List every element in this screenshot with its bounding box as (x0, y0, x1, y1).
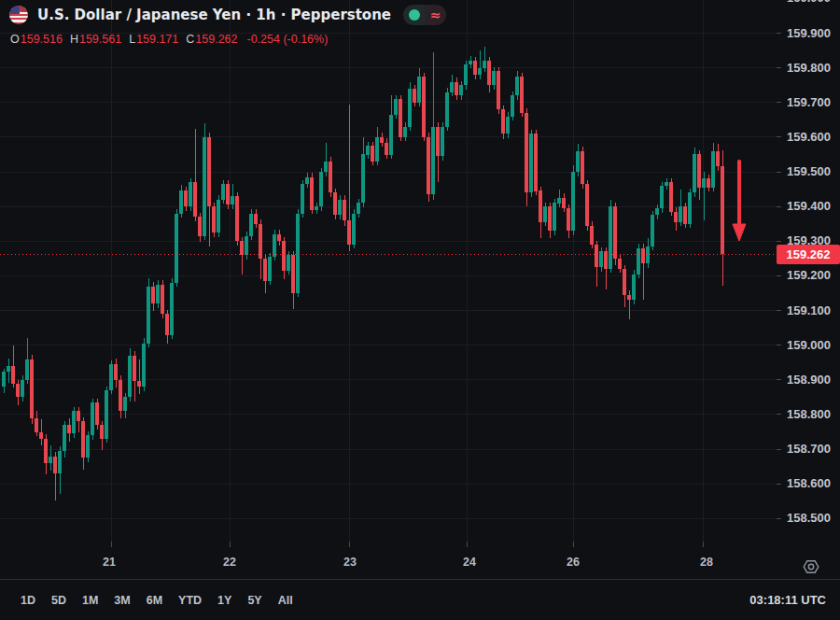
price-axis-label: 159.400 (787, 199, 831, 213)
time-axis-label: 23 (343, 556, 357, 569)
price-axis-label: 158.600 (787, 476, 831, 490)
price-axis-label: 160.000 (787, 0, 831, 5)
close-value: 159.262 (195, 33, 237, 46)
chart-app: U.S. Dollar / Japanese Yen · 1h · Pepper… (0, 0, 840, 620)
time-axis[interactable]: 212223242628 (0, 547, 777, 579)
chart-header: U.S. Dollar / Japanese Yen · 1h · Pepper… (9, 5, 446, 25)
last-price-value: 159.262 (787, 247, 831, 261)
price-axis-label: 159.500 (787, 164, 831, 178)
price-axis-label: 158.700 (787, 442, 831, 456)
low-label: L (129, 33, 135, 46)
low-value: 159.171 (136, 33, 178, 46)
price-axis-label: 158.500 (787, 511, 831, 525)
time-axis-label: 24 (463, 556, 476, 569)
change-value: -0.254 (-0.16%) (247, 33, 329, 46)
price-axis-label: 159.700 (787, 95, 831, 109)
range-button-all[interactable]: All (278, 594, 293, 607)
market-status-pill[interactable]: ≈ (403, 5, 446, 25)
range-button-6m[interactable]: 6M (147, 594, 162, 607)
close-label: C (186, 33, 194, 46)
price-axis-label: 159.900 (787, 26, 831, 40)
bottom-toolbar: 1D5D1M3M6MYTD1Y5YAll 03:18:11 UTC (0, 579, 840, 620)
us-flag-icon[interactable] (9, 6, 28, 24)
price-axis-label: 159.300 (787, 233, 831, 247)
range-button-1m[interactable]: 1M (82, 594, 98, 607)
market-open-dot-icon (409, 9, 420, 21)
price-axis-label: 158.800 (787, 407, 831, 421)
range-button-ytd[interactable]: YTD (178, 594, 202, 607)
price-chart-canvas[interactable] (0, 0, 840, 583)
ohlc-legend: O159.516 H159.561 L159.171 C159.262 -0.2… (10, 33, 328, 46)
high-label: H (70, 33, 78, 46)
clock[interactable]: 03:18:11 UTC (749, 593, 840, 607)
price-axis-label: 159.100 (787, 303, 831, 317)
range-button-1d[interactable]: 1D (21, 594, 35, 607)
symbol-title[interactable]: U.S. Dollar / Japanese Yen · 1h · Pepper… (37, 7, 391, 23)
approx-values-icon: ≈ (430, 7, 441, 22)
range-button-5y[interactable]: 5Y (247, 594, 261, 607)
range-button-3m[interactable]: 3M (114, 594, 130, 607)
range-buttons: 1D5D1M3M6MYTD1Y5YAll (21, 594, 293, 607)
range-button-1y[interactable]: 1Y (217, 594, 231, 607)
range-button-5d[interactable]: 5D (51, 594, 66, 607)
open-value: 159.516 (21, 33, 63, 46)
time-axis-label: 21 (103, 556, 116, 569)
high-value: 159.561 (79, 33, 121, 46)
price-axis[interactable]: 159.262 160.000159.900159.800159.700159.… (777, 0, 840, 547)
time-axis-label: 26 (567, 556, 580, 569)
price-axis-label: 159.600 (787, 130, 831, 144)
time-axis-label: 22 (223, 556, 236, 569)
hexagon-dot-icon[interactable] (801, 557, 821, 581)
open-label: O (10, 33, 20, 46)
price-axis-label: 158.900 (787, 373, 831, 387)
price-axis-label: 159.000 (787, 338, 831, 352)
price-axis-label: 159.200 (787, 268, 831, 282)
time-axis-label: 28 (700, 556, 713, 569)
price-axis-label: 159.800 (787, 61, 831, 75)
